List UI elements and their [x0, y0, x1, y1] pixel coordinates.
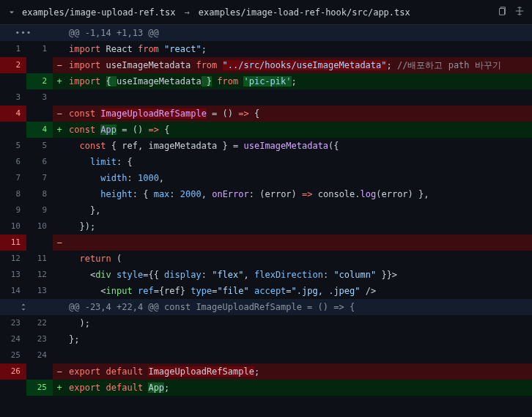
old-line-number[interactable]: 11 [0, 235, 26, 251]
code-content[interactable]: const ImageUploadRefSample = () => { [66, 106, 532, 122]
diff-marker [53, 170, 66, 186]
code-content[interactable]: export default App; [66, 380, 532, 396]
new-line-number[interactable] [26, 57, 53, 73]
code-content[interactable]: import useImageMetadata from "../src/hoo… [66, 57, 532, 73]
diff-line: •••@@ -1,14 +1,13 @@ [0, 25, 532, 41]
new-line-number[interactable]: 8 [26, 186, 53, 202]
diff-marker [53, 138, 66, 154]
old-line-number[interactable]: 10 [0, 218, 26, 235]
diff-marker [53, 267, 66, 283]
code-content[interactable] [66, 347, 532, 364]
code-content[interactable]: }, [66, 202, 532, 218]
diff-line: 2423}; [0, 331, 532, 347]
new-line-number[interactable]: 9 [26, 202, 53, 218]
diff-marker: + [53, 122, 66, 138]
code-content[interactable]: export default ImageUploadRefSample; [66, 364, 532, 380]
new-line-number[interactable]: 12 [26, 267, 53, 283]
chevron-down-icon[interactable] [7, 8, 16, 17]
diff-marker: + [53, 73, 66, 89]
old-line-number[interactable]: 5 [0, 138, 26, 154]
diff-line: 2+import { useImageMetadata } from 'pic-… [0, 73, 532, 89]
code-content[interactable]: const { ref, imageMetadata } = useImageM… [66, 138, 532, 154]
old-line-number[interactable] [0, 122, 26, 138]
diff-line: 1413 <input ref={ref} type="file" accept… [0, 283, 532, 299]
new-line-number[interactable]: 10 [26, 218, 53, 235]
old-line-number[interactable]: 13 [0, 267, 26, 283]
code-content[interactable]: height: { max: 2000, onError: (error) =>… [66, 186, 532, 202]
diff-marker [53, 347, 66, 364]
new-line-number[interactable]: 24 [26, 347, 53, 364]
expand-icon[interactable] [514, 6, 525, 18]
old-line-number[interactable]: 25 [0, 347, 26, 364]
diff-line: 11import React from "react"; [0, 41, 532, 57]
code-content[interactable]: <div style={{ display: "flex", flexDirec… [66, 267, 532, 283]
diff-line: 88 height: { max: 2000, onError: (error)… [0, 186, 532, 202]
old-line-number[interactable]: 7 [0, 170, 26, 186]
old-line-number[interactable]: 24 [0, 331, 26, 347]
new-line-number[interactable]: 6 [26, 154, 53, 170]
new-line-number[interactable]: 3 [26, 89, 53, 106]
new-line-number[interactable] [26, 364, 53, 380]
diff-marker: + [53, 380, 66, 396]
new-line-number[interactable]: 2 [26, 73, 53, 89]
old-line-number[interactable]: 8 [0, 186, 26, 202]
old-line-number[interactable]: 4 [0, 106, 26, 122]
old-line-number[interactable]: 26 [0, 364, 26, 380]
code-content[interactable]: const App = () => { [66, 122, 532, 138]
old-line-number[interactable]: 14 [0, 283, 26, 299]
new-line-number[interactable]: 4 [26, 122, 53, 138]
diff-line: 1312 <div style={{ display: "flex", flex… [0, 267, 532, 283]
diff-line: 1211 return ( [0, 251, 532, 267]
copy-icon[interactable] [497, 6, 507, 18]
code-content[interactable]: return ( [66, 251, 532, 267]
diff-marker: − [53, 235, 66, 251]
new-line-number[interactable]: 23 [26, 331, 53, 347]
old-line-number[interactable]: 3 [0, 89, 26, 106]
old-line-number[interactable]: 23 [0, 315, 26, 331]
diff-marker [53, 25, 66, 41]
diff-line: 26−export default ImageUploadRefSample; [0, 364, 532, 380]
code-content[interactable]: <input ref={ref} type="file" accept=".jp… [66, 283, 532, 299]
svg-rect-0 [500, 9, 505, 15]
new-line-number[interactable]: 13 [26, 283, 53, 299]
new-line-number[interactable]: 11 [26, 251, 53, 267]
old-line-number[interactable]: 2 [0, 57, 26, 73]
new-line-number[interactable]: 25 [26, 380, 53, 396]
new-line-number[interactable]: 5 [26, 138, 53, 154]
diff-line: 55 const { ref, imageMetadata } = useIma… [0, 138, 532, 154]
code-content[interactable]: import React from "react"; [66, 41, 532, 57]
new-line-number[interactable]: 22 [26, 315, 53, 331]
hunk-menu[interactable]: ••• [0, 25, 53, 41]
code-content[interactable]: width: 1000, [66, 170, 532, 186]
expand-gutter[interactable] [0, 299, 53, 315]
diff-marker [53, 154, 66, 170]
diff-marker [53, 283, 66, 299]
diff-file-header: examples/image-upload-ref.tsx → examples… [0, 0, 532, 25]
code-content[interactable] [66, 235, 532, 251]
diff-marker [53, 299, 66, 315]
diff-marker: − [53, 106, 66, 122]
new-line-number[interactable]: 1 [26, 41, 53, 57]
diff-line: 2−import useImageMetadata from "../src/h… [0, 57, 532, 73]
diff-line: @@ -23,4 +22,4 @@ const ImageUploadRefSa… [0, 299, 532, 315]
old-line-number[interactable]: 12 [0, 251, 26, 267]
old-line-number[interactable]: 1 [0, 41, 26, 57]
old-line-number[interactable] [0, 380, 26, 396]
code-content[interactable] [66, 89, 532, 106]
code-content[interactable]: ); [66, 315, 532, 331]
code-content[interactable]: }); [66, 218, 532, 235]
new-line-number[interactable] [26, 235, 53, 251]
old-line-number[interactable]: 6 [0, 154, 26, 170]
code-content[interactable]: import { useImageMetadata } from 'pic-pi… [66, 73, 532, 89]
code-content[interactable]: }; [66, 331, 532, 347]
diff-marker [53, 41, 66, 57]
arrow-right-icon: → [185, 7, 190, 18]
old-line-number[interactable] [0, 73, 26, 89]
diff-marker [53, 89, 66, 106]
code-content[interactable]: limit: { [66, 154, 532, 170]
old-line-number[interactable]: 9 [0, 202, 26, 218]
diff-line: 2322 ); [0, 315, 532, 331]
new-line-number[interactable]: 7 [26, 170, 53, 186]
new-line-number[interactable] [26, 106, 53, 122]
diff-line: 4+const App = () => { [0, 122, 532, 138]
